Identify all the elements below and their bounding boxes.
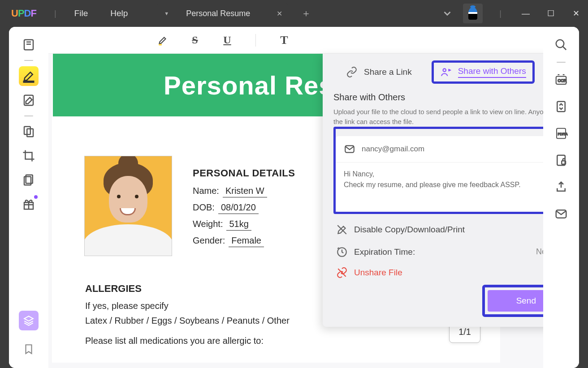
share-others-label: Share with Others (458, 66, 526, 78)
share-tabs: Share a Link Share with Others (323, 54, 543, 90)
disable-copy-label: Disable Copy/Download/Print (354, 225, 465, 235)
highlight-tool[interactable] (19, 66, 39, 86)
expiration-value: Never (536, 247, 543, 257)
share-link-tab[interactable]: Share a Link (340, 63, 418, 81)
expiration-row: Expiration Time: Never (333, 246, 543, 258)
left-toolbar (9, 27, 48, 368)
divider: | (499, 9, 502, 18)
gender-value: Female (229, 235, 264, 247)
strikethrough-button[interactable]: S (188, 34, 202, 47)
maximize-button[interactable]: ☐ (543, 9, 558, 18)
name-value: Kristen W (223, 185, 267, 197)
format-toolbar: S U T (48, 27, 543, 54)
organize-tool[interactable] (19, 122, 39, 141)
unshare-button[interactable]: Unshare File (333, 267, 543, 278)
disable-icon (336, 224, 348, 235)
clock-icon (336, 246, 348, 258)
tab-close-icon[interactable]: ✕ (275, 8, 284, 20)
svg-rect-1 (24, 81, 34, 82)
right-toolbar: OCR PDF/A (543, 27, 579, 368)
document-tab[interactable]: ▼ Personal Resume ✕ (157, 3, 288, 24)
document-area: S U T Personal Resume PERSONAL DETAILS N… (48, 27, 543, 368)
tab-title: Personal Resume (173, 9, 275, 18)
share-heading: Share with Others (333, 92, 543, 103)
underline-button[interactable]: U (220, 34, 234, 47)
unshare-icon (336, 267, 348, 278)
dob-label: DOB: (193, 202, 215, 213)
share-link-label: Share a Link (364, 67, 412, 77)
edit-tool[interactable] (19, 90, 39, 110)
crop-tool[interactable] (19, 146, 39, 166)
send-highlight: Send (482, 285, 543, 317)
email-input-row[interactable]: nancy@gmail.com (336, 136, 543, 163)
disable-copy-row: Disable Copy/Download/Print (333, 224, 543, 235)
convert-tool[interactable] (551, 97, 571, 116)
share-others-icon (440, 66, 452, 78)
link-icon (346, 66, 358, 78)
pages-tool[interactable] (19, 170, 39, 190)
titlebar: UPDF | File Help ▼ Personal Resume ✕ ＋ |… (0, 0, 588, 27)
svg-text:PDF/A: PDF/A (558, 132, 568, 136)
section-heading: PERSONAL DETAILS (193, 167, 295, 179)
expiration-label: Expiration Time: (354, 247, 415, 257)
bookmark-tool[interactable] (19, 339, 39, 359)
notification-dot-icon (34, 195, 38, 199)
menu-help[interactable]: Help (110, 9, 128, 18)
email-value: nancy@gmail.com (362, 145, 424, 154)
pdfa-tool[interactable]: PDF/A (551, 124, 571, 143)
svg-point-11 (556, 40, 564, 48)
medications-question: Please list all medications you are alle… (85, 336, 500, 346)
name-label: Name: (193, 186, 219, 196)
mail-icon (344, 143, 355, 155)
layers-tool[interactable] (19, 311, 39, 330)
separator (24, 116, 33, 116)
minimize-button[interactable]: — (518, 9, 533, 18)
personal-details: PERSONAL DETAILS Name:Kristen W DOB:08/0… (193, 156, 295, 256)
separator (24, 60, 33, 61)
protect-tool[interactable] (551, 150, 571, 170)
new-tab-button[interactable]: ＋ (301, 7, 311, 20)
close-window-button[interactable]: ✕ (568, 9, 584, 18)
expiration-select[interactable]: Never (536, 247, 543, 257)
dob-value: 08/01/20 (218, 202, 259, 214)
window-dropdown-icon[interactable] (441, 8, 453, 19)
send-button[interactable]: Send (488, 290, 543, 312)
svg-point-8 (443, 68, 446, 72)
share-panel: Share a Link Share with Others Share wit… (323, 54, 543, 327)
highlighter-button[interactable] (156, 34, 169, 47)
tab-dropdown-icon[interactable]: ▼ (160, 7, 173, 20)
share-description: Upload your file to the cloud to send pe… (333, 107, 543, 127)
email-tool[interactable] (551, 204, 571, 224)
search-tool[interactable] (551, 35, 571, 55)
weight-value: 51kg (226, 218, 251, 231)
separator (557, 62, 566, 63)
app-logo: UPDF (11, 8, 36, 19)
separator (255, 34, 256, 47)
menu-file[interactable]: File (74, 9, 88, 18)
svg-text:OCR: OCR (558, 78, 566, 83)
share-others-tab[interactable]: Share with Others (432, 60, 535, 84)
text-button[interactable]: T (277, 34, 291, 47)
gender-label: Gender: (193, 235, 225, 246)
profile-photo (84, 156, 172, 256)
weight-label: Weight: (193, 219, 223, 229)
app-window: S U T Personal Resume PERSONAL DETAILS N… (9, 27, 579, 368)
email-highlight: nancy@gmail.com Hi Nancy, Check my resum… (333, 127, 543, 214)
unshare-label: Unshare File (354, 268, 402, 278)
reader-tool[interactable] (19, 35, 39, 55)
export-tool[interactable] (551, 177, 571, 197)
divider: | (54, 9, 56, 18)
message-textarea[interactable]: Hi Nancy, Check my resume, and please gi… (336, 163, 543, 212)
gift-tool[interactable] (19, 194, 39, 214)
user-avatar[interactable] (463, 4, 483, 23)
ocr-tool[interactable]: OCR (551, 70, 571, 90)
